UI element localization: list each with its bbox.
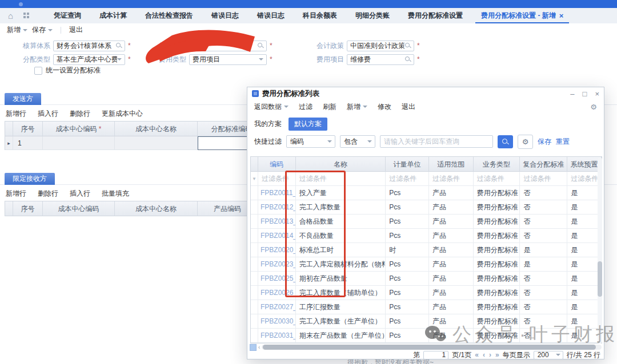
default-scheme-button[interactable]: 默认方案 bbox=[289, 118, 327, 131]
field-lookup-input[interactable]: 厂 bbox=[189, 41, 267, 51]
filter-condition-cell[interactable]: 过滤条件 bbox=[296, 172, 386, 186]
table-row[interactable]: FPBZ0026_SYS完工入库数量（辅助单位）Pcs产品费用分配标准否是 bbox=[251, 286, 602, 300]
tab-sender[interactable]: 发送方 bbox=[5, 93, 41, 105]
search-icon[interactable] bbox=[405, 56, 411, 63]
page-number-input[interactable] bbox=[423, 351, 448, 359]
tab-item-2[interactable]: 合法性检查报告 bbox=[136, 8, 202, 23]
receiver-button-1[interactable]: 删除行 bbox=[38, 189, 58, 199]
prev-page-icon[interactable]: ‹ bbox=[483, 351, 485, 359]
filter-condition-cell[interactable]: 过滤条件 bbox=[258, 172, 296, 186]
table-row[interactable]: FPBZ0027_SYS工序汇报数量Pcs产品费用分配标准否是 bbox=[251, 300, 602, 314]
page-size-select[interactable]: 200 bbox=[534, 351, 563, 359]
unified-standard-checkbox[interactable] bbox=[34, 67, 42, 75]
exit-button-label: 退出 bbox=[69, 25, 83, 35]
field-select[interactable]: 基本生产成本中心费用分配 bbox=[53, 54, 125, 65]
field-value: 基本生产成本中心费用分配 bbox=[54, 55, 117, 64]
table-row[interactable]: FPBZ0013_SYS合格品数量Pcs产品费用分配标准否是 bbox=[251, 215, 602, 229]
filter-condition-cell[interactable]: 过滤条件 bbox=[474, 172, 520, 186]
filter-operator-select[interactable]: 包含 bbox=[340, 135, 375, 148]
keyword-search-input[interactable] bbox=[380, 135, 493, 148]
table-row[interactable]: FPBZ0011_SYS投入产量Pcs产品费用分配标准否是 bbox=[251, 186, 602, 200]
tab-receiver[interactable]: 限定接收方 bbox=[5, 173, 55, 185]
table-row[interactable]: FPBZ0014_SYS不良品数量Pcs产品费用分配标准否是 bbox=[251, 229, 602, 243]
menu-item-5[interactable]: 退出 bbox=[402, 102, 415, 112]
column-header-业务类型[interactable]: 业务类型 bbox=[474, 157, 520, 172]
search-icon[interactable] bbox=[258, 43, 264, 49]
tab-close-icon[interactable]: × bbox=[559, 12, 564, 19]
table-row[interactable]: FPBZ0031_SYS期末在产品数量（生产单位）Pcs产品费用分配标准否是 bbox=[251, 329, 602, 343]
field-select[interactable]: 费用项目 bbox=[189, 54, 267, 65]
sender-button-1[interactable]: 插入行 bbox=[38, 109, 58, 119]
chevron-down-icon[interactable] bbox=[259, 58, 263, 60]
chevron-down-icon[interactable] bbox=[117, 58, 122, 60]
filter-condition-cell[interactable]: 过滤条件 bbox=[567, 172, 602, 186]
field-会计政策: 会计政策中国准则会计政策* bbox=[308, 40, 420, 51]
filter-funnel-icon[interactable]: ▼ bbox=[251, 172, 258, 186]
tab-item-6[interactable]: 明细分类账 bbox=[346, 8, 399, 23]
tab-item-7[interactable]: 费用分配标准设置 bbox=[399, 8, 472, 23]
horizontal-scrollbar-thumb[interactable] bbox=[263, 345, 596, 350]
first-page-icon[interactable]: « bbox=[475, 351, 479, 359]
table-row[interactable]: FPBZ0030_SYS完工入库数量（生产单位）Pcs产品费用分配标准否是 bbox=[251, 314, 602, 329]
column-header-复合分配标准[interactable]: 复合分配标准 bbox=[520, 157, 567, 172]
exit-button[interactable]: 退出 bbox=[69, 25, 83, 35]
data-cell: Pcs bbox=[386, 314, 429, 329]
field-label: 核算体系 bbox=[14, 41, 50, 51]
menu-item-0[interactable]: 返回数据 bbox=[254, 102, 289, 112]
table-row[interactable]: FPBZ0023_SYS完工入库定额材料分配（物料清单）Pcs产品费用分配标准是… bbox=[251, 257, 602, 272]
filter-settings-button[interactable]: ⚙ bbox=[518, 135, 533, 149]
last-page-icon[interactable]: » bbox=[495, 351, 499, 359]
table-row[interactable]: FPBZ0025_SYS期初在产品数量Pcs产品费用分配标准否是 bbox=[251, 272, 602, 286]
tab-item-3[interactable]: 错误日志 bbox=[202, 8, 248, 23]
tab-item-5[interactable]: 科目余额表 bbox=[294, 8, 346, 23]
menu-item-2[interactable]: 刷新 bbox=[323, 102, 336, 112]
field-lookup-input[interactable]: 维修费 bbox=[347, 54, 414, 65]
data-cell: 费用分配标准 bbox=[474, 314, 520, 329]
table-row[interactable]: FPBZ0012_SYS完工入库数量Pcs产品费用分配标准否是 bbox=[251, 200, 602, 215]
close-icon[interactable]: × bbox=[595, 90, 599, 98]
gear-icon[interactable]: ⚙ bbox=[590, 103, 597, 111]
reset-scheme-link[interactable]: 重置 bbox=[556, 137, 570, 147]
tab-item-1[interactable]: 成本计算 bbox=[90, 8, 136, 23]
search-button[interactable] bbox=[498, 135, 513, 148]
column-header-名称[interactable]: 名称 bbox=[296, 157, 386, 172]
minimize-icon[interactable]: – bbox=[570, 90, 574, 98]
tab-item-4[interactable]: 错误日志 bbox=[248, 8, 294, 23]
scroll-left-icon[interactable]: ‹ bbox=[258, 344, 260, 350]
filter-field-select[interactable]: 编码 bbox=[286, 135, 335, 148]
menu-item-4[interactable]: 修改 bbox=[378, 102, 391, 112]
tab-item-0[interactable]: 凭证查询 bbox=[45, 8, 90, 23]
filter-condition-cell[interactable]: 过滤条件 bbox=[429, 172, 474, 186]
table-row[interactable]: FPBZ0020_SYS标准总工时时产品费用分配标准是是 bbox=[251, 243, 602, 257]
receiver-button-2[interactable]: 插入行 bbox=[70, 189, 90, 199]
column-header-编码[interactable]: 编码 bbox=[258, 157, 296, 172]
save-button[interactable]: 保存 bbox=[32, 25, 53, 35]
new-button[interactable]: 新增 bbox=[7, 25, 27, 35]
filter-condition-cell[interactable]: 过滤条件 bbox=[386, 172, 429, 186]
horizontal-scrollbar-track[interactable] bbox=[262, 345, 602, 350]
home-icon[interactable]: ⌂ bbox=[8, 11, 13, 20]
dialog-titlebar[interactable]: 费用分配标准列表 – □ × bbox=[247, 87, 604, 100]
save-scheme-link[interactable]: 保存 bbox=[538, 137, 551, 147]
maximize-icon[interactable]: □ bbox=[583, 90, 587, 98]
next-page-icon[interactable]: › bbox=[489, 351, 491, 359]
receiver-button-3[interactable]: 批量填充 bbox=[102, 189, 129, 199]
sender-button-0[interactable]: 新增行 bbox=[6, 109, 26, 119]
field-lookup-input[interactable]: 中国准则会计政策 bbox=[347, 41, 414, 51]
filter-condition-cell[interactable]: 过滤条件 bbox=[520, 172, 567, 186]
receiver-button-0[interactable]: 新增行 bbox=[6, 189, 26, 199]
column-header-适用范围[interactable]: 适用范围 bbox=[429, 157, 474, 172]
vertical-scrollbar-thumb[interactable] bbox=[598, 261, 602, 297]
tab-item-8[interactable]: 费用分配标准设置 - 新增× bbox=[472, 8, 572, 23]
search-icon[interactable] bbox=[116, 43, 122, 49]
column-header-计量单位[interactable]: 计量单位 bbox=[386, 157, 429, 172]
menu-item-1[interactable]: 过滤 bbox=[299, 102, 312, 112]
sender-button-3[interactable]: 更新成本中心 bbox=[102, 109, 143, 119]
menu-item-3[interactable]: 新增 bbox=[347, 102, 367, 112]
search-icon[interactable] bbox=[405, 43, 411, 49]
sender-button-2[interactable]: 删除行 bbox=[70, 109, 90, 119]
column-header-系统预置[interactable]: 系统预置 bbox=[567, 157, 602, 172]
apps-grid-icon[interactable] bbox=[23, 13, 30, 19]
vertical-scrollbar[interactable] bbox=[598, 157, 602, 343]
field-lookup-input[interactable]: 财务会计核算体系 bbox=[53, 41, 125, 51]
